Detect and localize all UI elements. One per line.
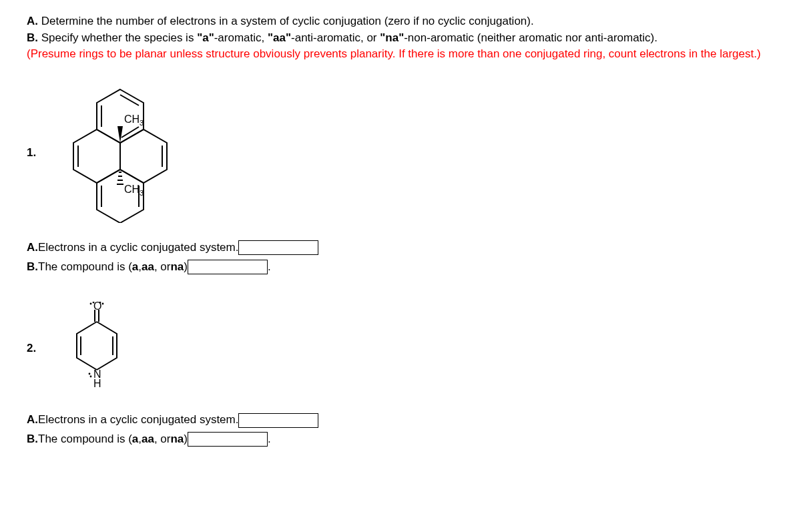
problem-1-number: 1. bbox=[27, 145, 60, 162]
ch3-bot-label: CH3 bbox=[124, 184, 144, 197]
problem-1-answer-b: B.The compound is (a, aa, or na) . bbox=[27, 259, 774, 276]
hydrogen-label: H bbox=[93, 378, 101, 389]
svg-point-25 bbox=[90, 376, 92, 378]
problem-1-input-electrons[interactable] bbox=[238, 240, 318, 255]
problem-2: 2. O bbox=[27, 302, 774, 447]
svg-line-3 bbox=[121, 127, 139, 138]
problem-2-structure: O N H bbox=[60, 302, 134, 395]
problem-1-answer-a: A.Electrons in a cyclic conjugated syste… bbox=[27, 240, 774, 256]
problem-1-input-aromaticity[interactable] bbox=[188, 260, 268, 274]
problem-1: 1. bbox=[27, 83, 774, 275]
problem-2-answer-b: B.The compound is (a, aa, or na) . bbox=[27, 431, 774, 448]
svg-point-24 bbox=[89, 373, 91, 375]
instruction-red-note: (Presume rings to be planar unless struc… bbox=[27, 46, 774, 63]
problem-2-answer-a: A.Electrons in a cyclic conjugated syste… bbox=[27, 412, 774, 429]
ch3-top-label: CH3 bbox=[124, 113, 144, 127]
problem-2-input-aromaticity[interactable] bbox=[188, 432, 268, 447]
label-b: B. bbox=[27, 31, 38, 44]
instruction-line-a: A. Determine the number of electrons in … bbox=[27, 13, 774, 30]
svg-line-2 bbox=[120, 95, 139, 105]
label-a: A. bbox=[27, 15, 38, 27]
svg-point-20 bbox=[90, 303, 92, 305]
svg-marker-4 bbox=[73, 129, 120, 183]
problem-2-input-electrons[interactable] bbox=[238, 413, 318, 428]
problem-2-number: 2. bbox=[27, 340, 60, 357]
svg-marker-6 bbox=[120, 129, 167, 183]
svg-point-23 bbox=[102, 303, 104, 305]
svg-marker-8 bbox=[97, 170, 144, 223]
problem-1-structure: CH3 CH3 bbox=[60, 83, 180, 223]
instructions: A. Determine the number of electrons in … bbox=[27, 13, 774, 63]
svg-marker-11 bbox=[117, 126, 123, 143]
instruction-line-b: B. Specify whether the species is "a"-ar… bbox=[27, 30, 774, 47]
text-a: Determine the number of electrons in a s… bbox=[38, 15, 534, 27]
